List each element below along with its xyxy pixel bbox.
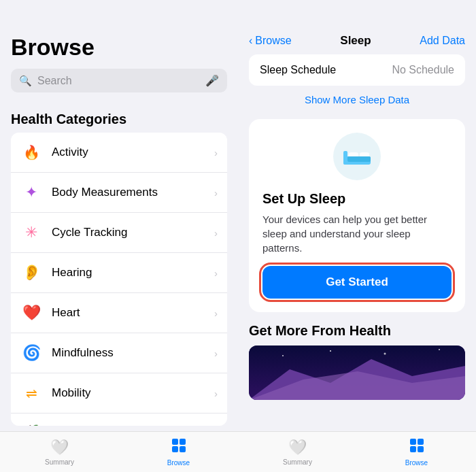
category-item-mobility[interactable]: ⇌ Mobility › [11,373,227,414]
chevron-icon: › [214,147,218,158]
body-icon: ✦ [20,182,42,203]
svg-rect-17 [418,446,424,452]
activity-icon: 🔥 [20,141,42,163]
heart-tab-right-icon: 🤍 [288,439,307,456]
svg-rect-5 [343,151,347,165]
sleep-setup-card: Set Up Sleep Your devices can help you g… [249,119,465,312]
svg-point-12 [384,353,386,355]
nav-title: Sleep [340,34,371,48]
cycle-icon: ✳ [20,222,42,243]
category-item-body[interactable]: ✦ Body Measurements › [11,173,227,213]
browse-title: Browse [11,34,227,61]
category-item-activity[interactable]: 🔥 Activity › [11,133,227,173]
search-placeholder: Search [37,75,200,87]
category-item-cycle[interactable]: ✳ Cycle Tracking › [11,213,227,253]
category-item-nutrition[interactable]: 🍏 Nutrition › [11,414,227,426]
category-label-activity: Activity [52,146,214,159]
tab-browse-right[interactable]: Browse [357,438,476,467]
setup-title: Set Up Sleep [262,191,345,207]
category-label-cycle: Cycle Tracking [52,226,214,239]
svg-rect-0 [172,439,178,445]
svg-point-13 [439,349,440,350]
left-panel: Browse 🔍 Search 🎤 Health Categories 🔥 Ac… [0,0,238,472]
chevron-icon: › [214,348,218,359]
get-more-title: Get More From Health [249,323,465,339]
svg-rect-2 [172,446,178,452]
chevron-icon: › [214,267,218,279]
category-label-mindfulness: Mindfulness [52,346,214,360]
schedule-label: Sleep Schedule [260,64,336,76]
tab-browse-left[interactable]: Browse [119,438,238,467]
back-chevron-icon: ‹ [249,35,252,47]
tab-summary-right-label: Summary [283,458,312,466]
category-list: 🔥 Activity › ✦ Body Measurements › ✳ Cyc… [11,133,227,426]
right-nav: ‹ Browse Sleep Add Data [238,0,476,54]
category-label-mobility: Mobility [52,386,214,400]
browse-tab-right-icon [409,438,424,457]
svg-point-11 [330,350,331,352]
category-item-hearing[interactable]: 👂 Hearing › [11,253,227,293]
category-item-heart[interactable]: ❤️ Heart › [11,293,227,333]
tab-browse-label-left: Browse [167,459,190,467]
right-content: Sleep Schedule No Schedule Show More Sle… [238,54,476,431]
svg-rect-15 [418,439,424,445]
categories-label: Health Categories [0,98,238,133]
get-more-section: Get More From Health [249,323,465,400]
chevron-icon: › [214,307,218,319]
mindfulness-icon: 🌀 [20,342,42,364]
tab-summary-right[interactable]: 🤍 Summary [238,439,357,466]
chevron-icon: › [214,227,218,239]
mobility-icon: ⇌ [20,382,42,404]
back-button[interactable]: ‹ Browse [249,35,292,47]
category-label-body: Body Measurements [52,186,214,199]
svg-rect-8 [347,156,371,162]
add-data-button[interactable]: Add Data [420,35,465,47]
microphone-icon: 🎤 [205,74,219,87]
sleep-schedule-row: Sleep Schedule No Schedule [249,54,465,86]
schedule-value: No Schedule [392,64,454,76]
tab-summary-label: Summary [45,458,74,466]
show-more-link[interactable]: Show More Sleep Data [249,87,465,112]
browse-tab-icon [171,438,186,457]
spacer [0,426,238,431]
svg-rect-1 [180,439,186,445]
right-tab-bar: 🤍 Summary Browse [238,431,476,472]
hearing-icon: 👂 [20,262,42,284]
chevron-icon: › [214,187,218,199]
back-label: Browse [255,35,291,47]
search-bar[interactable]: 🔍 Search 🎤 [11,69,227,92]
setup-description: Your devices can help you get better sle… [262,212,452,255]
svg-rect-3 [180,446,186,452]
heart-tab-icon: 🤍 [50,439,69,456]
heart-icon: ❤️ [20,302,42,324]
left-header: Browse 🔍 Search 🎤 [0,0,238,98]
svg-rect-14 [410,439,416,445]
get-started-button[interactable]: Get Started [262,266,452,299]
left-tab-bar: 🤍 Summary Browse [0,431,238,472]
category-label-heart: Heart [52,306,214,320]
tab-summary-left[interactable]: 🤍 Summary [0,439,119,466]
chevron-icon: › [214,388,218,399]
right-panel: ‹ Browse Sleep Add Data Sleep Schedule N… [238,0,476,472]
sleep-icon [333,133,381,180]
category-label-hearing: Hearing [52,266,214,280]
svg-point-10 [282,355,284,356]
tab-browse-right-label: Browse [405,459,428,467]
get-more-image [249,345,465,400]
category-item-mindfulness[interactable]: 🌀 Mindfulness › [11,333,227,373]
svg-rect-16 [410,446,416,452]
search-icon: 🔍 [19,75,32,87]
